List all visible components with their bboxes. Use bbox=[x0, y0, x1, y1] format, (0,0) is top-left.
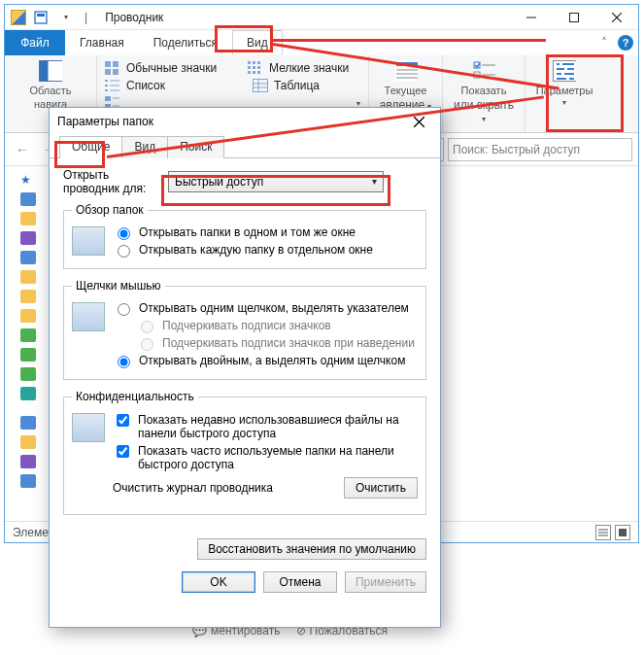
svg-rect-14 bbox=[257, 61, 260, 64]
star-icon: ★ bbox=[20, 173, 31, 187]
view-normal-icons[interactable]: Обычные значки Мелкие значки bbox=[105, 59, 360, 77]
svg-rect-16 bbox=[253, 66, 255, 69]
svg-rect-23 bbox=[105, 85, 108, 86]
qat-down-icon[interactable]: ▾ bbox=[55, 7, 77, 28]
radio-double-click[interactable]: Открывать двойным, а выделять одним щелч… bbox=[113, 354, 418, 368]
svg-rect-8 bbox=[105, 61, 111, 67]
svg-rect-19 bbox=[253, 71, 255, 74]
dialog-tabs: Общие Вид Поиск bbox=[50, 135, 440, 158]
qat-properties-icon[interactable] bbox=[30, 7, 51, 28]
svg-rect-17 bbox=[257, 66, 260, 69]
privacy-icon bbox=[72, 413, 105, 442]
svg-rect-7 bbox=[40, 61, 49, 82]
open-explorer-combo[interactable]: Быстрый доступ ▾ bbox=[168, 171, 384, 192]
chevron-down-icon: ▾ bbox=[372, 176, 377, 187]
svg-rect-11 bbox=[113, 69, 119, 75]
svg-rect-12 bbox=[248, 61, 251, 64]
radio-underline-icons: Подчеркивать подписи значков bbox=[136, 319, 418, 333]
group-browse-legend: Обзор папок bbox=[72, 203, 148, 217]
ribbon-tabs: Файл Главная Поделиться Вид ˄ ? bbox=[5, 30, 638, 55]
show-hide-button[interactable]: Показать или скрыть ▾ bbox=[451, 59, 517, 123]
group-privacy-legend: Конфиденциальность bbox=[72, 390, 198, 403]
check-freq-folders[interactable]: Показать часто используемые папки на пан… bbox=[113, 444, 418, 471]
back-button[interactable]: ← bbox=[11, 138, 34, 161]
window-title: Проводник bbox=[97, 11, 171, 24]
open-explorer-label: Открыть проводник для: bbox=[63, 168, 160, 195]
svg-rect-20 bbox=[257, 71, 260, 74]
options-dropdown-icon[interactable]: ▾ bbox=[562, 98, 566, 107]
ok-button[interactable]: OK bbox=[182, 571, 255, 593]
radio-underline-hover: Подчеркивать подписи значков при наведен… bbox=[136, 336, 418, 351]
group-browse-folders: Обзор папок Открывать папки в одном и то… bbox=[63, 203, 426, 269]
apply-button: Применить bbox=[345, 571, 426, 593]
svg-rect-3 bbox=[570, 13, 579, 21]
svg-rect-9 bbox=[113, 61, 119, 67]
radio-single-click[interactable]: Открывать одним щелчком, выделять указат… bbox=[113, 301, 418, 316]
help-button[interactable]: ? bbox=[613, 30, 638, 55]
browse-folders-icon bbox=[72, 226, 105, 256]
collapse-ribbon-icon[interactable]: ˄ bbox=[601, 36, 613, 50]
svg-rect-36 bbox=[396, 62, 418, 66]
svg-rect-10 bbox=[105, 69, 111, 75]
options-icon bbox=[553, 59, 576, 83]
navigation-pane-icon bbox=[39, 59, 62, 83]
svg-rect-21 bbox=[105, 80, 108, 82]
check-recent-files[interactable]: Показать недавно использовавшиеся файлы … bbox=[113, 413, 418, 440]
tab-home[interactable]: Главная bbox=[65, 30, 139, 55]
group-privacy: Конфиденциальность Показать недавно испо… bbox=[63, 390, 426, 515]
ribbon-group-show-hide: Показать или скрыть ▾ bbox=[443, 55, 525, 132]
large-icons-view-icon[interactable] bbox=[615, 525, 630, 540]
open-explorer-value: Быстрый доступ bbox=[175, 175, 263, 189]
close-button[interactable] bbox=[595, 5, 638, 30]
search-box[interactable]: Поиск: Быстрый доступ bbox=[448, 138, 632, 161]
current-view-button[interactable]: Текущее авление ▾ bbox=[377, 59, 434, 112]
restore-defaults-button[interactable]: Восстановить значения по умолчанию bbox=[197, 538, 426, 560]
qat-separator: | bbox=[85, 11, 87, 24]
svg-rect-18 bbox=[248, 71, 251, 74]
radio-same-window[interactable]: Открывать папки в одном и том же окне bbox=[113, 225, 418, 240]
svg-rect-0 bbox=[35, 12, 47, 23]
svg-rect-25 bbox=[105, 89, 108, 91]
checkbox-list-icon bbox=[472, 59, 495, 83]
cancel-button[interactable]: Отмена bbox=[263, 571, 337, 593]
folder-options-dialog: Параметры папок Общие Вид Поиск Открыть … bbox=[49, 107, 441, 628]
titlebar: ▾ | Проводник bbox=[5, 5, 638, 30]
group-click-items: Щелчки мышью Открывать одним щелчком, вы… bbox=[63, 279, 426, 380]
svg-rect-48 bbox=[619, 529, 627, 536]
dialog-tab-general[interactable]: Общие bbox=[59, 136, 122, 158]
dialog-button-row: OK Отмена Применить bbox=[50, 564, 440, 601]
ribbon-group-options: Параметры ▾ bbox=[525, 55, 603, 132]
dialog-tab-search[interactable]: Поиск bbox=[167, 136, 224, 158]
explorer-app-icon bbox=[11, 10, 26, 25]
options-button[interactable]: Параметры ▾ bbox=[533, 59, 595, 107]
file-tab[interactable]: Файл bbox=[5, 30, 65, 55]
dialog-close-button[interactable] bbox=[405, 112, 432, 131]
maximize-button[interactable] bbox=[553, 5, 595, 30]
clear-history-label: Очистить журнал проводника bbox=[113, 481, 336, 495]
tab-share[interactable]: Поделиться bbox=[139, 30, 232, 55]
tab-view[interactable]: Вид bbox=[232, 30, 283, 55]
navigation-pane-button[interactable]: Область навига bbox=[13, 59, 88, 110]
dialog-tab-view[interactable]: Вид bbox=[121, 136, 168, 158]
click-items-icon bbox=[72, 302, 105, 331]
sort-columns-icon bbox=[394, 59, 418, 83]
group-click-legend: Щелчки мышью bbox=[72, 279, 165, 293]
view-list[interactable]: Список Таблица bbox=[105, 77, 360, 94]
svg-rect-31 bbox=[105, 96, 111, 101]
svg-rect-15 bbox=[248, 66, 251, 69]
details-view-icon[interactable] bbox=[595, 525, 611, 540]
svg-rect-13 bbox=[253, 61, 255, 64]
minimize-button[interactable] bbox=[510, 5, 553, 30]
radio-own-window[interactable]: Открывать каждую папку в отдельном окне bbox=[113, 243, 418, 258]
search-placeholder: Поиск: Быстрый доступ bbox=[453, 143, 580, 156]
dialog-titlebar: Параметры папок bbox=[50, 108, 440, 135]
clear-history-button[interactable]: Очистить bbox=[344, 477, 418, 499]
svg-rect-1 bbox=[37, 14, 45, 17]
svg-rect-27 bbox=[253, 80, 267, 92]
svg-rect-42 bbox=[474, 72, 480, 78]
dialog-title: Параметры папок bbox=[57, 115, 405, 128]
dialog-body: Открыть проводник для: Быстрый доступ ▾ … bbox=[50, 158, 440, 534]
